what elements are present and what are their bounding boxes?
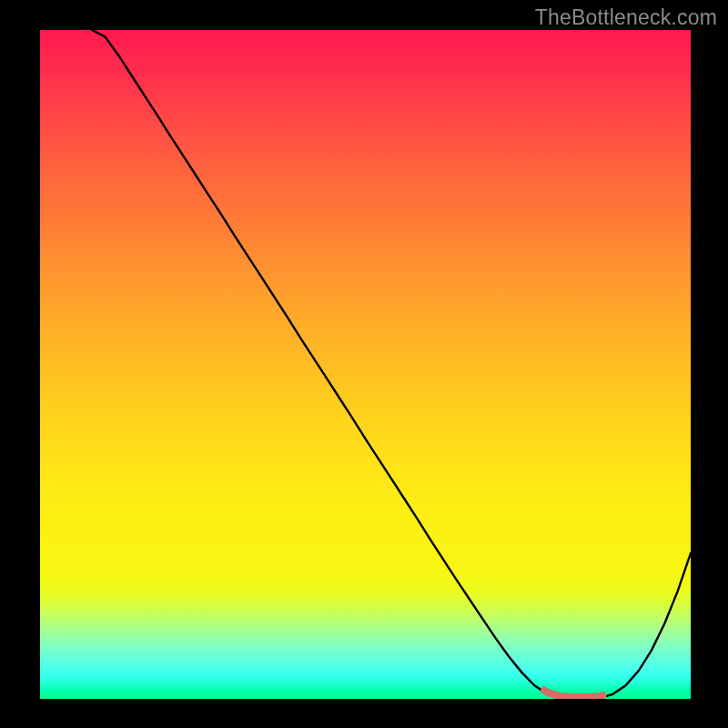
curve-path [92, 30, 691, 699]
plot-area [40, 30, 691, 699]
bottleneck-curve [40, 30, 691, 699]
chart-frame: TheBottleneck.com [0, 0, 728, 728]
curve-highlight [544, 690, 602, 697]
watermark-text: TheBottleneck.com [535, 5, 717, 30]
